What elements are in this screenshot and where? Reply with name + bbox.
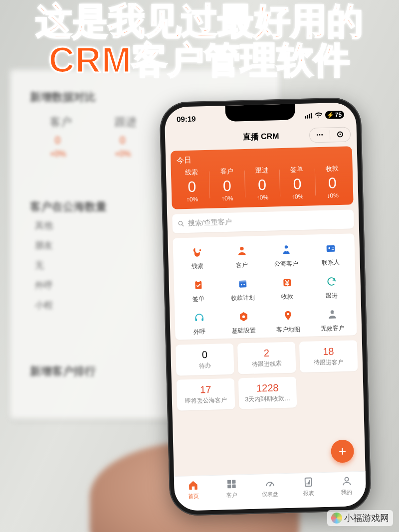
stat-0[interactable]: 线索 0 ↑0%: [174, 168, 210, 203]
card-label: 待办: [178, 361, 232, 371]
stat-delta: ↑0%: [175, 195, 210, 203]
stat-value: 0: [244, 176, 280, 194]
tab-bar: 首页 客户 仪表盘 报表 我的: [174, 471, 367, 511]
status-right: ⚡75: [304, 110, 344, 120]
phone-frame: 09:19 ⚡75 直播 CRM ··· ⊙ 今日 线索 0 ↑0%客户 0 ↑…: [159, 97, 372, 516]
bg-pct2: +0%: [115, 150, 131, 159]
svg-point-4: [284, 245, 288, 249]
tab-report[interactable]: 报表: [289, 473, 328, 501]
search-placeholder: 搜索/查重客户: [188, 218, 231, 228]
miniprogram-capsule[interactable]: ··· ⊙: [309, 127, 351, 143]
svg-rect-23: [227, 485, 231, 489]
grid-item-person-tie[interactable]: 公海客户: [264, 242, 309, 269]
stat-4[interactable]: 收款 0 ↓0%: [314, 164, 350, 199]
capsule-close-icon[interactable]: ⊙: [330, 127, 351, 142]
card-1[interactable]: 2 待跟进线索: [237, 342, 296, 374]
clipboard-check-icon: [191, 277, 206, 293]
refresh-icon: [324, 274, 339, 289]
tab-label: 仪表盘: [262, 490, 278, 498]
svg-line-1: [182, 224, 184, 226]
stat-value: 0: [174, 177, 209, 196]
svg-point-2: [199, 249, 201, 251]
stat-delta: ↓0%: [315, 191, 351, 199]
grid-item-label: 收款计划: [231, 294, 255, 303]
card-2[interactable]: 18 待跟进客户: [299, 340, 358, 372]
grid-item-label: 公海客户: [274, 259, 298, 268]
grid-item-label: 客户地图: [276, 325, 300, 334]
stat-label: 收款: [314, 164, 350, 174]
headset-icon: [192, 310, 207, 326]
grid-item-refresh[interactable]: 跟进: [309, 273, 354, 300]
tab-user[interactable]: 我的: [327, 472, 366, 500]
stat-2[interactable]: 跟进 0 ↑0%: [244, 166, 280, 201]
stat-1[interactable]: 客户 0 ↑0%: [209, 167, 245, 202]
battery-pill: ⚡75: [325, 111, 344, 119]
card-value: 0: [178, 349, 232, 361]
grid-item-label: 线索: [192, 262, 203, 271]
card-label: 待跟进客户: [302, 357, 356, 367]
svg-rect-8: [331, 249, 334, 249]
calendar-icon: [235, 276, 250, 292]
bg-row: 其他: [35, 219, 53, 231]
wifi-icon: [314, 111, 322, 119]
grid-item-id-card[interactable]: 联系人: [308, 240, 353, 267]
person-tie-icon: [278, 242, 294, 257]
stat-delta: ↑0%: [210, 194, 245, 202]
grid-item-label: 外呼: [194, 328, 205, 337]
card-0[interactable]: 0 待办: [176, 344, 234, 376]
search-input[interactable]: 搜索/查重客户: [172, 209, 354, 233]
grid-item-stethoscope[interactable]: 线索: [175, 244, 220, 271]
tab-label: 报表: [303, 490, 314, 498]
capsule-menu-icon[interactable]: ···: [310, 128, 330, 143]
card-3[interactable]: 17 即将丢公海客户: [177, 378, 235, 411]
feature-grid: 线索 客户 公海客户 联系人 签单 收款计划 收款 跟进 外呼 基础设置 客户地…: [173, 233, 357, 340]
phone-screen: 09:19 ⚡75 直播 CRM ··· ⊙ 今日 线索 0 ↑0%客户 0 ↑…: [164, 102, 366, 511]
grid-item-cny[interactable]: 收款: [264, 275, 309, 302]
grid-item-label: 跟进: [326, 291, 338, 300]
grid-item-label: 客户: [236, 261, 248, 270]
grid-icon: [226, 479, 237, 491]
notch: [225, 104, 295, 122]
grid-item-headset[interactable]: 外呼: [177, 310, 221, 337]
grid-item-gear-hex[interactable]: 基础设置: [221, 309, 266, 336]
svg-point-28: [345, 477, 349, 481]
stat-delta: ↑0%: [280, 192, 315, 200]
bg-row: 朋友: [35, 239, 53, 251]
bg-row: 小程: [35, 299, 53, 311]
grid-item-clipboard-check[interactable]: 签单: [176, 277, 220, 304]
search-icon: [177, 220, 185, 227]
stat-value: 0: [209, 177, 245, 195]
card-4[interactable]: 1228 3天内到期收款…: [238, 376, 297, 409]
card-label: 即将丢公海客户: [179, 396, 233, 406]
app-title: 直播 CRM: [242, 131, 279, 143]
stat-value: 0: [315, 174, 350, 192]
svg-rect-12: [239, 281, 246, 283]
bg-section2-title: 客户在公海数量: [30, 199, 107, 214]
scroll-area[interactable]: 今日 线索 0 ↑0%客户 0 ↑0%跟进 0 ↑0%签单 0 ↑0%收款 0 …: [166, 144, 366, 476]
pin-icon: [280, 308, 296, 323]
stat-3[interactable]: 签单 0 ↑0%: [279, 165, 315, 200]
tab-gauge[interactable]: 仪表盘: [250, 474, 289, 502]
bg-section-title: 新增数据对比: [30, 90, 96, 105]
grid-item-calendar[interactable]: 收款计划: [220, 276, 265, 303]
card-value: 18: [301, 345, 356, 358]
grid-item-person[interactable]: 客户: [219, 243, 264, 270]
stat-label: 跟进: [244, 166, 279, 176]
svg-rect-7: [331, 248, 334, 248]
svg-rect-17: [201, 318, 203, 321]
svg-point-0: [179, 221, 183, 225]
gauge-icon: [264, 478, 276, 490]
tab-grid[interactable]: 客户: [212, 475, 251, 503]
home-icon: [188, 480, 199, 492]
card-value: 2: [239, 347, 294, 360]
watermark: 小福游戏网: [327, 510, 393, 526]
gear-hex-icon: [236, 309, 251, 325]
tab-home[interactable]: 首页: [174, 476, 213, 504]
bg-row: 外呼: [35, 279, 53, 291]
svg-rect-5: [326, 245, 335, 252]
person-x-icon: [325, 307, 340, 322]
grid-item-pin[interactable]: 客户地图: [265, 308, 310, 335]
card-label: 待跟进线索: [240, 359, 294, 369]
report-icon: [303, 477, 314, 489]
grid-item-person-x[interactable]: 无效客户: [310, 306, 355, 333]
